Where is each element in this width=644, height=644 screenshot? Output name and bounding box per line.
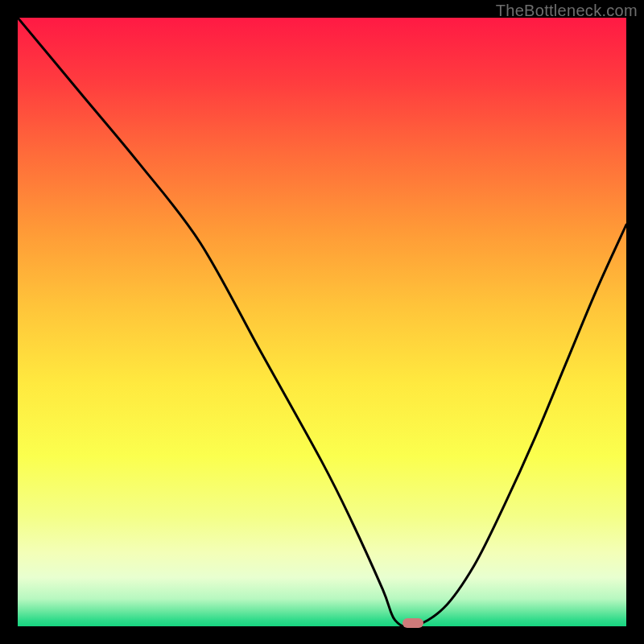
- optimal-point-marker: [402, 618, 423, 628]
- bottleneck-curve: [18, 18, 626, 626]
- chart-container: TheBottleneck.com: [0, 0, 644, 644]
- plot-area: [18, 18, 626, 626]
- watermark-text: TheBottleneck.com: [496, 2, 638, 20]
